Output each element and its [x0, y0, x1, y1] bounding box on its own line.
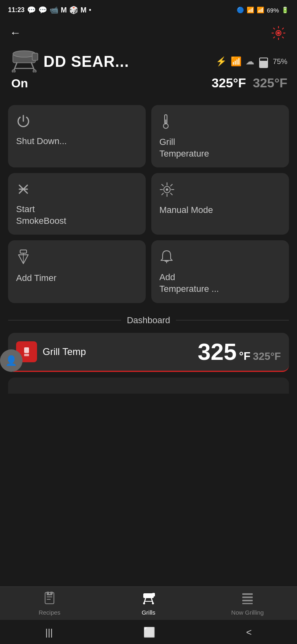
bottom-nav: Recipes Grills — [0, 586, 297, 620]
user-avatar-partial: 👤 — [0, 349, 23, 372]
grill-temp-dashboard-card[interactable]: Grill Temp 325 °F 325°F — [8, 333, 289, 372]
time-display: 11:23 — [8, 6, 25, 14]
grill-sub-row: On 325°F 325°F — [10, 76, 287, 91]
svg-point-7 — [33, 70, 36, 72]
svg-rect-36 — [47, 592, 49, 595]
svg-line-39 — [144, 598, 146, 603]
video-icon: 📹 — [50, 6, 58, 14]
grills-icon — [142, 592, 155, 607]
nav-label-grills: Grills — [142, 609, 155, 616]
manual-mode-label: Manual Mode — [159, 204, 281, 216]
pellet-percent: 75% — [273, 58, 287, 66]
nav-label-recipes: Recipes — [39, 609, 60, 616]
nav-item-grills[interactable]: Grills — [99, 592, 198, 616]
grill-temps: 325°F 325°F — [212, 76, 287, 91]
wifi-icon: 📶 — [247, 6, 254, 14]
dot-icon: • — [89, 6, 91, 14]
grill-temp-card-label: Grill Temp — [43, 346, 86, 357]
gear-icon — [271, 26, 286, 40]
svg-rect-46 — [242, 597, 253, 598]
temp-target: 325°F — [253, 76, 287, 90]
svg-rect-37 — [50, 592, 53, 594]
temp-current: 325°F — [212, 76, 250, 90]
svg-line-24 — [171, 184, 172, 186]
dashboard-card-left: Grill Temp — [16, 341, 86, 362]
grill-temp-values: 325 °F 325°F — [198, 340, 281, 363]
backup-icon: 🎲 — [69, 6, 78, 14]
svg-point-6 — [12, 70, 15, 72]
grill-temperature-card[interactable]: GrillTemperature — [151, 105, 289, 167]
bluetooth-icon: 🔵 — [237, 6, 244, 14]
back-button[interactable]: ← — [10, 27, 21, 39]
svg-rect-44 — [152, 593, 155, 597]
m-icon: M — [80, 6, 87, 14]
wifi-status-icon: 📶 — [231, 56, 241, 67]
add-temperature-label: AddTemperature ... — [159, 272, 281, 295]
android-back-button[interactable]: < — [246, 627, 252, 638]
action-grid: Shut Down... GrillTemperature StartSmoke… — [0, 97, 297, 311]
add-timer-label: Add Timer — [16, 272, 138, 284]
nav-item-recipes[interactable]: Recipes — [0, 592, 99, 616]
grill-status-icons: ⚡ 📶 ☁ 75% — [216, 55, 287, 68]
now-grilling-icon — [241, 592, 254, 607]
grill-temp-current-value: 325 — [198, 340, 237, 363]
divider-left — [8, 320, 121, 320]
recipes-icon — [43, 592, 56, 607]
battery-icon: 🔋 — [281, 6, 289, 14]
smokeboost-card[interactable]: StartSmokeBoost — [8, 173, 146, 235]
status-bar: 11:23 💬 💬 📹 M 🎲 M • 🔵 📶 📶 69% 🔋 — [0, 0, 297, 20]
bluetooth-status-icon: ⚡ — [216, 56, 227, 67]
divider-right — [176, 320, 289, 320]
android-nav: ||| ⬜ < — [0, 621, 297, 644]
svg-point-0 — [277, 31, 280, 34]
signal-icon: 📶 — [257, 6, 264, 14]
nav-item-now-grilling[interactable]: Now Grilling — [198, 592, 297, 616]
svg-rect-48 — [242, 603, 253, 604]
svg-rect-30 — [24, 347, 29, 353]
battery-percent: 69% — [267, 7, 279, 14]
shutdown-label: Shut Down... — [16, 136, 138, 147]
add-temperature-card[interactable]: AddTemperature ... — [151, 240, 289, 303]
grill-temp-target-value: 325°F — [253, 350, 281, 363]
dashboard-section: Dashboard 👤 Grill Temp 325 °F — [0, 311, 297, 398]
bell-icon — [159, 249, 281, 268]
svg-line-21 — [162, 184, 163, 186]
smokeboost-icon — [16, 182, 138, 200]
manual-mode-card[interactable]: Manual Mode — [151, 173, 289, 235]
svg-point-16 — [166, 188, 168, 191]
grill-icon — [10, 49, 39, 74]
mail-icon: M — [61, 6, 67, 14]
status-bar-left: 11:23 💬 💬 📹 M 🎲 M • — [8, 6, 91, 14]
svg-point-42 — [143, 603, 145, 605]
cloud-status-icon: ☁ — [245, 56, 254, 67]
chat-icon: 💬 — [38, 6, 47, 14]
grill-temp-unit: °F — [239, 350, 250, 363]
svg-rect-45 — [242, 593, 253, 595]
dashboard-divider: Dashboard — [8, 315, 289, 326]
svg-rect-8 — [32, 53, 38, 60]
grill-status-on: On — [11, 76, 28, 90]
smokeboost-label: StartSmokeBoost — [16, 204, 138, 227]
svg-line-40 — [151, 598, 153, 603]
settings-button[interactable] — [270, 24, 287, 42]
nav-label-now-grilling: Now Grilling — [231, 609, 264, 616]
shutdown-icon — [16, 114, 138, 132]
svg-rect-25 — [20, 250, 27, 253]
svg-rect-34 — [47, 597, 52, 597]
svg-rect-47 — [242, 600, 253, 601]
grill-name: DD SEAR... — [43, 53, 211, 70]
grill-header: DD SEAR... ⚡ 📶 ☁ 75% On 325°F 325°F — [0, 46, 297, 97]
svg-line-22 — [171, 193, 172, 195]
top-nav: ← — [0, 20, 297, 46]
android-home-button[interactable]: ⬜ — [143, 627, 155, 638]
add-timer-card[interactable]: Add Timer — [8, 240, 146, 303]
grill-temperature-label: GrillTemperature — [159, 136, 281, 159]
shutdown-card[interactable]: Shut Down... — [8, 105, 146, 167]
svg-line-23 — [162, 193, 163, 195]
manual-mode-icon — [159, 182, 281, 200]
android-recent-button[interactable]: ||| — [45, 627, 53, 638]
svg-point-43 — [152, 603, 154, 605]
svg-rect-35 — [47, 599, 51, 600]
status-bar-right: 🔵 📶 📶 69% 🔋 — [237, 6, 289, 14]
timer-icon — [16, 249, 138, 268]
